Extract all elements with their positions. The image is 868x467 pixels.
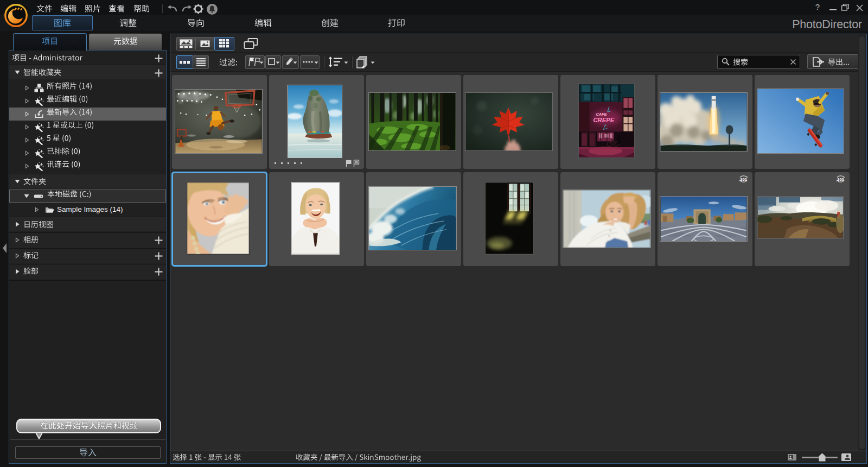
svg-text:360: 360 — [837, 177, 844, 182]
svg-text:CAFE: CAFE — [596, 112, 607, 117]
svg-text:CREPE: CREPE — [593, 117, 614, 123]
svg-text:360: 360 — [740, 177, 747, 182]
